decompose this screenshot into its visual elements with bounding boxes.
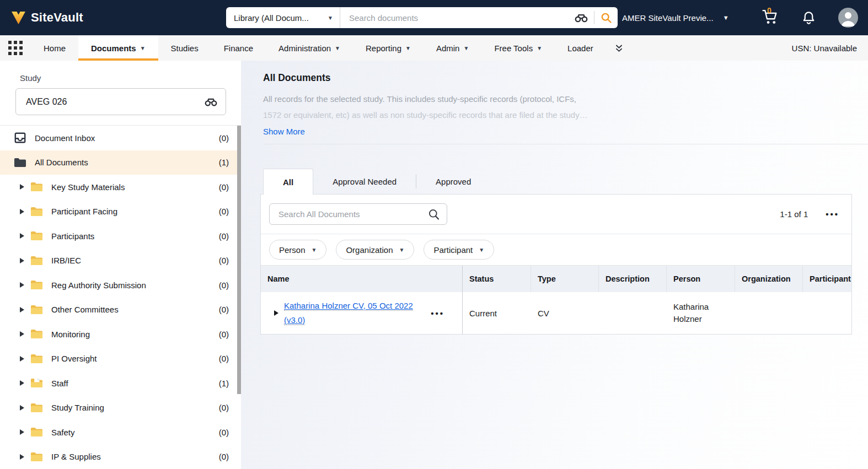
column-header-organization[interactable]: Organization — [735, 266, 803, 292]
document-link-line1[interactable]: Katharina Holzner CV, 05 Oct 2022 — [284, 301, 413, 311]
sidebar-item-study-training[interactable]: Study Training(0) — [0, 396, 241, 421]
binoculars-icon[interactable] — [575, 13, 588, 23]
row-expand-icon[interactable] — [274, 310, 278, 316]
sidebar-item-count: (0) — [219, 182, 229, 192]
sidebar-item-pi-oversight[interactable]: PI Oversight(0) — [0, 347, 241, 371]
search-submit-icon[interactable] — [601, 12, 612, 24]
filter-chip-person[interactable]: Person▼ — [269, 240, 326, 260]
notifications-button[interactable] — [801, 10, 816, 25]
nav-item-home[interactable]: Home — [31, 35, 78, 61]
nav-item-label: Reporting — [366, 44, 401, 53]
sidebar-item-document-inbox[interactable]: Document Inbox(0) — [0, 126, 241, 150]
usn-status: USN: Unavailable — [792, 35, 868, 61]
expand-caret-icon[interactable] — [20, 307, 24, 312]
column-header-status[interactable]: Status — [463, 266, 531, 292]
expand-caret-icon[interactable] — [20, 429, 24, 435]
binoculars-icon[interactable] — [205, 98, 217, 106]
sidebar-item-participants[interactable]: Participants(0) — [0, 224, 241, 249]
sidebar-item-count: (0) — [219, 305, 229, 314]
document-link-line2[interactable]: (v3.0) — [284, 315, 305, 325]
expand-caret-icon[interactable] — [20, 258, 24, 263]
global-search-input[interactable] — [348, 13, 569, 23]
sidebar-item-participant-facing[interactable]: Participant Facing(0) — [0, 200, 241, 224]
expand-caret-icon[interactable] — [20, 282, 24, 288]
nav-item-loader[interactable]: Loader — [555, 35, 606, 61]
nav-item-studies[interactable]: Studies — [158, 35, 211, 61]
sidebar-item-count: (1) — [219, 379, 229, 388]
sidebar-item-ip-supplies[interactable]: IP & Supplies(0) — [0, 445, 241, 469]
nav-item-free-tools[interactable]: Free Tools▼ — [481, 35, 555, 61]
nav-overflow-button[interactable] — [606, 35, 632, 61]
main-content: All Documents All records for the select… — [241, 61, 868, 469]
main-navbar: HomeDocuments▼StudiesFinanceAdministrati… — [0, 35, 868, 61]
nav-item-documents[interactable]: Documents▼ — [78, 35, 158, 61]
nav-item-label: Loader — [567, 44, 593, 53]
folder-icon — [30, 181, 43, 192]
bell-icon — [801, 10, 816, 25]
sidebar-item-staff[interactable]: Staff(1) — [0, 371, 241, 396]
study-selector-input[interactable] — [25, 96, 205, 107]
nav-item-label: Documents — [91, 44, 136, 53]
pagination-label: 1-1 of 1 — [780, 209, 808, 219]
chevron-down-icon: ▼ — [335, 45, 340, 51]
search-scope-dropdown[interactable]: Library (All Docum... ▼ — [226, 7, 340, 28]
app-logo[interactable]: SiteVault — [0, 10, 226, 25]
user-avatar[interactable] — [838, 8, 858, 28]
tab-approval-needed[interactable]: Approval Needed — [313, 169, 416, 195]
filter-chip-participant[interactable]: Participant▼ — [424, 240, 494, 260]
folder-icon — [30, 402, 43, 413]
column-header-description[interactable]: Description — [599, 266, 667, 292]
expand-caret-icon[interactable] — [20, 356, 24, 362]
tab-all[interactable]: All — [263, 169, 313, 195]
expand-caret-icon[interactable] — [20, 380, 24, 386]
list-search-input[interactable] — [277, 209, 428, 219]
sidebar-item-irb-iec[interactable]: IRB/IEC(0) — [0, 249, 241, 273]
inbox-icon — [13, 132, 26, 144]
sidebar-item-all-documents[interactable]: All Documents(1) — [0, 150, 241, 175]
list-toolbar: 1-1 of 1 ••• — [261, 195, 851, 234]
expand-caret-icon[interactable] — [20, 209, 24, 214]
row-actions-menu[interactable]: ••• — [431, 309, 444, 318]
column-header-name[interactable]: Name — [261, 266, 463, 292]
filter-chip-label: Person — [279, 245, 306, 255]
column-header-participant[interactable]: Participant — [803, 266, 851, 292]
sidebar-item-safety[interactable]: Safety(0) — [0, 420, 241, 445]
chevron-down-icon: ▼ — [479, 247, 484, 253]
folder-icon — [30, 427, 43, 438]
document-link[interactable]: Katharina Holzner CV, 05 Oct 2022(v3.0) — [284, 299, 431, 327]
nav-item-reporting[interactable]: Reporting▼ — [353, 35, 424, 61]
person-icon — [838, 8, 858, 28]
expand-caret-icon[interactable] — [20, 233, 24, 239]
section-description: All records for the selected study. This… — [263, 91, 638, 123]
folder-icon — [30, 230, 43, 241]
column-header-type[interactable]: Type — [531, 266, 599, 292]
nav-item-admin[interactable]: Admin▼ — [424, 35, 481, 61]
list-actions-menu[interactable]: ••• — [826, 209, 839, 219]
page-title: All Documents — [263, 72, 868, 84]
column-header-person[interactable]: Person — [667, 266, 735, 292]
nav-item-finance[interactable]: Finance — [211, 35, 266, 61]
nav-item-label: Administration — [278, 44, 331, 53]
filter-chip-organization[interactable]: Organization▼ — [336, 240, 414, 260]
search-icon[interactable] — [428, 208, 440, 220]
sidebar-item-label: Safety — [51, 428, 219, 437]
sidebar-item-other-committees[interactable]: Other Committees(0) — [0, 298, 241, 322]
status-cell: Current — [463, 292, 531, 334]
app-grid-button[interactable] — [0, 35, 31, 61]
sidebar-item-label: Document Inbox — [35, 133, 219, 143]
grid-icon — [8, 41, 23, 55]
nav-item-administration[interactable]: Administration▼ — [266, 35, 353, 61]
cart-button[interactable]: 0 — [761, 8, 779, 27]
show-more-link[interactable]: Show More — [263, 127, 305, 136]
sidebar-item-key-study-materials[interactable]: Key Study Materials(0) — [0, 175, 241, 200]
tab-approved[interactable]: Approved — [416, 169, 490, 195]
sidebar-item-reg-authority-submission[interactable]: Reg Authority Submission(0) — [0, 273, 241, 298]
expand-caret-icon[interactable] — [20, 405, 24, 411]
sidebar-item-monitoring[interactable]: Monitoring(0) — [0, 322, 241, 347]
sidebar-scrollbar[interactable] — [237, 126, 241, 394]
expand-caret-icon[interactable] — [20, 454, 24, 460]
vault-selector[interactable]: AMER SiteVault Previe... ▼ — [622, 13, 729, 23]
participant-cell — [803, 292, 851, 334]
expand-caret-icon[interactable] — [20, 184, 24, 190]
expand-caret-icon[interactable] — [20, 331, 24, 337]
